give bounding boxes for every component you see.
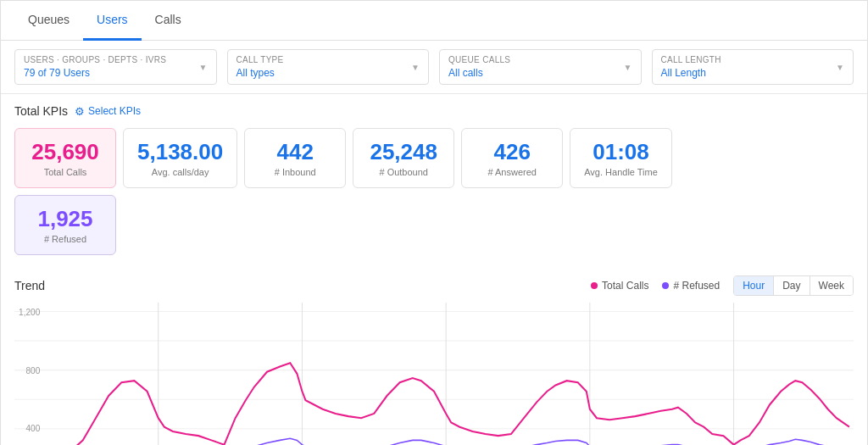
select-kpis-label: Select KPIs (88, 105, 141, 117)
kpi-value-avg-handle: 01:08 (584, 139, 658, 165)
filter-users[interactable]: USERS · GROUPS · DEPTS · IVRS 79 of 79 U… (14, 49, 217, 85)
legend-total-calls: Total Calls (591, 280, 648, 292)
legend-dot-purple (662, 282, 669, 289)
filter-queuecalls-label: QUEUE CALLS (448, 55, 510, 64)
kpi-value-outbound: 25,248 (367, 139, 440, 165)
kpi-card-answered: 426 # Answered (461, 128, 563, 188)
legend-label-refused: # Refused (673, 280, 720, 292)
kpi-card-avg-calls: 5,138.00 Avg. calls/day (123, 128, 237, 188)
tab-users[interactable]: Users (83, 1, 142, 41)
kpi-value-refused: 1,925 (29, 206, 102, 232)
svg-text:800: 800 (25, 366, 40, 375)
gear-icon: ⚙ (75, 105, 85, 118)
filter-queue-calls[interactable]: QUEUE CALLS All calls ▼ (439, 49, 642, 85)
filter-queuecalls-value: All calls (448, 67, 483, 79)
kpi-card-inbound: 442 # Inbound (244, 128, 346, 188)
top-nav: Queues Users Calls (1, 1, 867, 41)
kpi-cards-row2: 1,925 # Refused (14, 195, 854, 255)
kpi-section: Total KPIs ⚙ Select KPIs 25,690 Total Ca… (1, 94, 867, 265)
kpi-value-inbound: 442 (259, 139, 331, 165)
chevron-down-icon: ▼ (199, 63, 208, 72)
kpi-card-avg-handle: 01:08 Avg. Handle Time (570, 128, 672, 188)
kpi-value-total-calls: 25,690 (29, 139, 102, 165)
kpi-card-refused: 1,925 # Refused (14, 195, 116, 255)
trend-controls: Total Calls # Refused Hour Day Week (591, 275, 854, 296)
filter-call-length[interactable]: CALL LENGTH All Length ▼ (652, 49, 854, 85)
chart-line-total-calls (44, 364, 849, 445)
svg-text:1,200: 1,200 (19, 308, 41, 317)
chevron-down-icon: ▼ (836, 63, 844, 72)
trend-title: Trend (14, 279, 45, 292)
time-btn-hour[interactable]: Hour (734, 276, 774, 295)
kpi-label-avg-calls: Avg. calls/day (137, 167, 223, 177)
tab-queues[interactable]: Queues (14, 1, 83, 41)
kpi-label-inbound: # Inbound (259, 167, 331, 177)
legend-dot-pink (591, 282, 598, 289)
filter-calltype-label: CALL TYPE (236, 55, 284, 64)
kpi-label-avg-handle: Avg. Handle Time (584, 167, 658, 177)
kpi-label-outbound: # Outbound (367, 167, 440, 177)
kpi-card-total-calls: 25,690 Total Calls (14, 128, 116, 188)
kpi-label-refused: # Refused (29, 234, 102, 244)
filters-bar: USERS · GROUPS · DEPTS · IVRS 79 of 79 U… (1, 41, 867, 94)
tab-calls[interactable]: Calls (142, 1, 195, 41)
time-btn-week[interactable]: Week (810, 276, 853, 295)
chevron-down-icon: ▼ (624, 63, 632, 72)
kpi-header: Total KPIs ⚙ Select KPIs (14, 104, 854, 118)
kpi-card-outbound: 25,248 # Outbound (353, 128, 454, 188)
filter-calltype-value: All types (236, 67, 275, 79)
kpi-value-answered: 426 (476, 139, 548, 165)
filter-users-label: USERS · GROUPS · DEPTS · IVRS (24, 55, 166, 64)
trend-header: Trend Total Calls # Refused Hour Day Wee… (14, 275, 854, 296)
select-kpis-button[interactable]: ⚙ Select KPIs (75, 105, 141, 118)
kpi-cards-row1: 25,690 Total Calls 5,138.00 Avg. calls/d… (14, 128, 854, 188)
chart-legend: Total Calls # Refused (591, 280, 720, 292)
trend-chart: 1,200 800 400 0 11 Feb 12:00 12 Feb 12:0… (14, 303, 854, 445)
time-period-buttons: Hour Day Week (733, 275, 854, 296)
filter-calllength-value: All Length (661, 67, 706, 79)
filter-users-value: 79 of 79 Users (24, 67, 90, 79)
kpi-label-total-calls: Total Calls (29, 167, 102, 177)
svg-text:400: 400 (25, 424, 40, 433)
legend-label-total-calls: Total Calls (602, 280, 648, 292)
app-container: Queues Users Calls USERS · GROUPS · DEPT… (0, 0, 868, 445)
kpi-label-answered: # Answered (476, 167, 548, 177)
chart-svg: 1,200 800 400 0 11 Feb 12:00 12 Feb 12:0… (14, 303, 854, 445)
kpi-value-avg-calls: 5,138.00 (137, 139, 223, 165)
kpi-title: Total KPIs (14, 104, 68, 118)
time-btn-day[interactable]: Day (774, 276, 810, 295)
trend-section: Trend Total Calls # Refused Hour Day Wee… (1, 265, 867, 445)
filter-call-type[interactable]: CALL TYPE All types ▼ (227, 49, 430, 85)
chevron-down-icon: ▼ (411, 63, 420, 72)
filter-calllength-label: CALL LENGTH (661, 55, 721, 64)
legend-refused: # Refused (662, 280, 720, 292)
